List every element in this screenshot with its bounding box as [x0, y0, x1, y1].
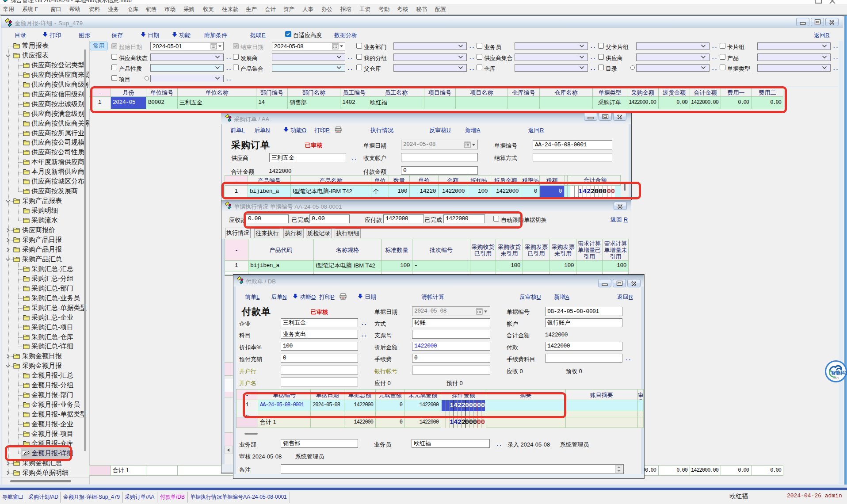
svg-text:智能科技: 智能科技 [830, 370, 847, 375]
svg-text:MG: MG [833, 376, 839, 380]
